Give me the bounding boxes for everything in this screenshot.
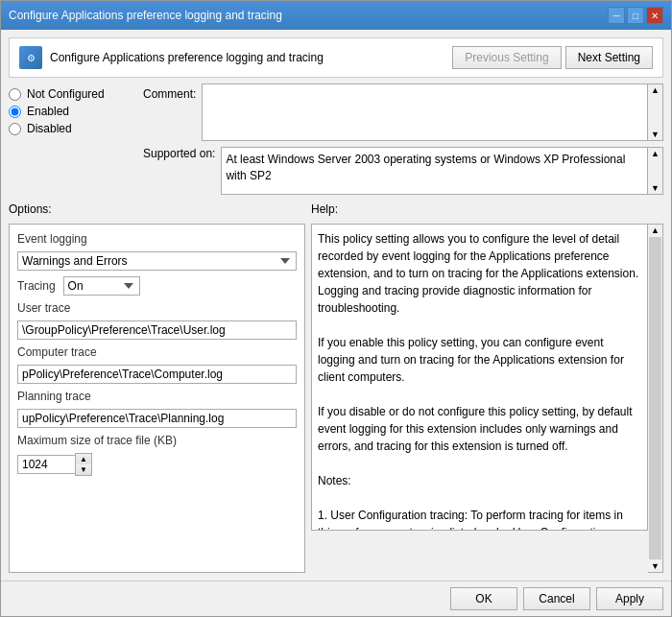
supported-box-wrap: At least Windows Server 2003 operating s… <box>221 147 663 195</box>
icon-glyph: ⚙ <box>27 53 36 63</box>
previous-setting-button[interactable]: Previous Setting <box>452 46 561 69</box>
spin-down-button[interactable]: ▼ <box>76 464 91 475</box>
help-panel-wrap: This policy setting allows you to config… <box>311 224 663 573</box>
disabled-radio[interactable] <box>9 123 21 135</box>
dialog-content: ⚙ Configure Applications preference logg… <box>1 30 671 581</box>
help-panel: This policy setting allows you to config… <box>311 224 648 531</box>
dialog-title: Configure Applications preference loggin… <box>50 51 324 64</box>
spin-up-button[interactable]: ▲ <box>76 454 91 464</box>
enabled-radio[interactable] <box>9 106 21 118</box>
supported-row: Supported on: At least Windows Server 20… <box>143 147 663 195</box>
options-panel: Event logging Warnings and Errors Errors… <box>9 224 305 573</box>
enabled-label: Enabled <box>27 105 69 118</box>
help-text: This policy setting allows you to config… <box>318 232 642 531</box>
not-configured-radio-label[interactable]: Not Configured <box>9 87 133 101</box>
comment-input-wrap: ▲ ▼ <box>202 83 663 141</box>
cancel-button[interactable]: Cancel <box>523 587 590 610</box>
main-window: Configure Applications preference loggin… <box>0 0 672 617</box>
supported-scroll-thumb <box>648 159 662 182</box>
planning-trace-input[interactable] <box>17 409 297 428</box>
comment-scroll-down[interactable]: ▼ <box>648 129 662 140</box>
comment-label: Comment: <box>143 83 196 101</box>
options-help-panels: Event logging Warnings and Errors Errors… <box>9 224 663 573</box>
supported-scroll-down[interactable]: ▼ <box>648 182 662 194</box>
max-size-spinner-row: ▲ ▼ <box>17 453 297 476</box>
tracing-label: Tracing <box>17 279 56 293</box>
supported-text: At least Windows Server 2003 operating s… <box>226 153 625 182</box>
minimize-button[interactable]: ─ <box>608 7 625 24</box>
not-configured-label: Not Configured <box>27 87 105 101</box>
options-help-labels: Options: Help: <box>9 201 663 218</box>
event-logging-dropdown[interactable]: Warnings and Errors Errors Only All Even… <box>17 251 297 271</box>
options-section-label: Options: <box>9 201 311 218</box>
comment-scroll-thumb <box>648 96 662 129</box>
user-trace-label: User trace <box>17 301 297 315</box>
supported-label: Supported on: <box>143 147 215 160</box>
apply-button[interactable]: Apply <box>596 587 663 610</box>
radio-section: Not Configured Enabled Disabled <box>9 83 133 139</box>
next-setting-button[interactable]: Next Setting <box>565 46 653 69</box>
help-section-label: Help: <box>311 201 663 218</box>
computer-trace-input[interactable] <box>17 365 297 384</box>
not-configured-radio[interactable] <box>9 88 21 101</box>
comment-scroll-up[interactable]: ▲ <box>648 84 662 96</box>
close-button[interactable]: ✕ <box>646 7 663 24</box>
comment-textarea[interactable] <box>202 83 648 141</box>
maximize-button[interactable]: □ <box>627 7 644 24</box>
help-scroll-up[interactable]: ▲ <box>648 225 662 236</box>
help-scrollbar: ▲ ▼ <box>648 224 663 573</box>
disabled-label: Disabled <box>27 122 72 135</box>
header-section: ⚙ Configure Applications preference logg… <box>9 37 663 78</box>
spin-buttons: ▲ ▼ <box>75 453 92 476</box>
help-scroll-down[interactable]: ▼ <box>648 560 662 572</box>
header-buttons: Previous Setting Next Setting <box>452 46 653 69</box>
supported-box: At least Windows Server 2003 operating s… <box>221 147 648 195</box>
planning-trace-label: Planning trace <box>17 390 297 403</box>
window-title: Configure Applications preference loggin… <box>9 9 282 22</box>
comment-row: Comment: ▲ ▼ <box>143 83 663 141</box>
title-bar-controls: ─ □ ✕ <box>608 7 663 24</box>
policy-icon: ⚙ <box>19 46 42 69</box>
help-scroll-thumb <box>649 237 661 559</box>
ok-button[interactable]: OK <box>450 587 517 610</box>
tracing-row: Tracing On Off <box>17 276 297 296</box>
tracing-dropdown[interactable]: On Off <box>63 276 140 296</box>
max-size-input[interactable] <box>17 455 75 474</box>
max-size-label: Maximum size of trace file (KB) <box>17 434 297 447</box>
user-trace-input[interactable] <box>17 320 297 340</box>
event-logging-label: Event logging <box>17 232 297 246</box>
enabled-radio-label[interactable]: Enabled <box>9 105 133 118</box>
title-bar: Configure Applications preference loggin… <box>1 1 671 30</box>
supported-scroll-up[interactable]: ▲ <box>648 148 662 159</box>
radio-comment-section: Not Configured Enabled Disabled Comment: <box>9 83 663 195</box>
disabled-radio-label[interactable]: Disabled <box>9 122 133 135</box>
comment-supported-section: Comment: ▲ ▼ Supported on: At <box>143 83 663 195</box>
supported-scrollbar: ▲ ▼ <box>648 147 663 195</box>
computer-trace-label: Computer trace <box>17 345 297 359</box>
bottom-bar: OK Cancel Apply <box>1 581 671 616</box>
header-icon-title: ⚙ Configure Applications preference logg… <box>19 46 324 69</box>
comment-scrollbar: ▲ ▼ <box>648 83 663 141</box>
